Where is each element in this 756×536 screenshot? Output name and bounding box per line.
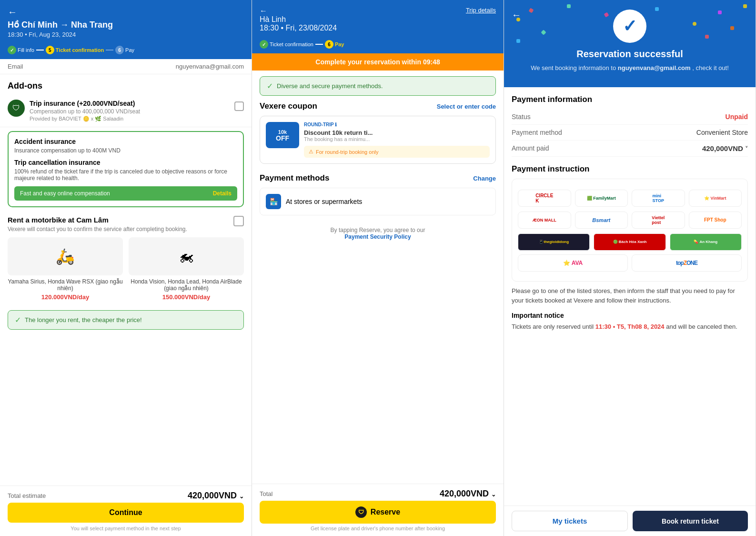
p1-route: Hồ Chí Minh → Nha Trang: [8, 20, 244, 30]
store-ankhanh: 💊 An Khang: [670, 233, 742, 251]
trip-details-link[interactable]: Trip details: [466, 7, 496, 14]
moto-item-1: 🛵 Yamaha Sirius, Honda Wave RSX (giao ng…: [8, 237, 123, 301]
step-done-icon: ✓: [8, 46, 16, 54]
p2-footer-note: Get license plate and driver's phone num…: [260, 526, 496, 531]
store-topzone: topZONE: [632, 254, 742, 272]
payment-method-value: Convenient Store: [696, 129, 748, 136]
coupon-off-label: OFF: [276, 135, 289, 142]
check-icon: ✓: [623, 16, 637, 36]
coupon-amount: 10k: [276, 129, 289, 135]
book-return-button[interactable]: Book return ticket: [633, 511, 748, 531]
panel-addons: ← Hồ Chí Minh → Nha Trang 18:30 • Fri, A…: [0, 0, 252, 536]
payment-option[interactable]: 🏪 At stores or supermarkets: [260, 188, 496, 215]
store-circle-k: CIRCLEK: [518, 190, 571, 207]
coupon-link[interactable]: Select or enter code: [437, 103, 496, 110]
store-ministop: miniSTOP: [632, 190, 685, 207]
payment-option-text: At stores or supermarkets: [286, 198, 362, 205]
accident-insurance-title: Accident insurance: [14, 138, 237, 145]
trip-cancel-title: Trip cancellation insurance: [14, 159, 237, 166]
total-amount: 420,000VND ⌄: [188, 491, 244, 501]
trip-insurance-checkbox[interactable]: [234, 101, 244, 111]
store-grid-container: CIRCLEK 🟩 FamilyMart miniSTOP ⭐ VinMart …: [512, 179, 748, 282]
total-label: Total estimate: [8, 492, 46, 499]
moto-name-2: Honda Vision, Honda Lead, Honda AirBlade…: [129, 278, 244, 292]
continue-button[interactable]: Continue: [8, 503, 244, 523]
p3-footer: My tickets Book return ticket: [504, 506, 756, 536]
motorbike-checkbox[interactable]: [233, 216, 244, 226]
store-bsmart: Bsmart: [575, 212, 628, 229]
amount-dropdown[interactable]: ˅: [745, 146, 748, 152]
insurance-box: Accident insurance Insurance compensatio…: [8, 131, 244, 207]
p1-body: Add-ons 🛡 Trip insurance (+20.000VND/sea…: [0, 74, 252, 536]
reserve-button[interactable]: 🛡 Reserve: [260, 501, 496, 524]
amount-row: Amount paid 420,000VND ˅: [512, 141, 748, 157]
panel-confirmation: ← ✓ Reservation successful We sent booki…: [504, 0, 756, 536]
footer-total-row: Total estimate 420,000VND ⌄: [8, 491, 244, 501]
my-tickets-button[interactable]: My tickets: [512, 511, 628, 531]
success-title: Reservation successful: [512, 49, 748, 60]
check-circle: ✓: [613, 10, 646, 43]
coupon-warning-text: For round-trip booking only: [316, 149, 378, 155]
promo-text: The longer you rent, the cheaper the pri…: [25, 316, 142, 324]
payment-method-row: Payment method Convenient Store: [512, 125, 748, 141]
shield-icon: 🛡: [355, 506, 367, 518]
amount-label: Amount paid: [512, 144, 549, 152]
amount-value: 420,000VND ˅: [702, 144, 748, 152]
motorbike-desc: Vexere will contact you to confirm the s…: [8, 226, 233, 233]
ins-details-link[interactable]: Details: [213, 190, 232, 197]
p2-total-chevron[interactable]: ⌄: [491, 491, 496, 498]
success-email: nguyenvana@gmail.com: [618, 64, 691, 71]
email-label: Email: [8, 63, 23, 70]
payment-methods-section: Payment methods Change 🏪 At stores or su…: [252, 169, 504, 220]
p2-header: ← Hà Linh 18:30 • Fri, 23/08/2024 Trip d…: [252, 0, 504, 37]
payment-methods-title: Payment methods: [260, 173, 329, 183]
p1-datetime: 18:30 • Fri, Aug 23, 2024: [8, 31, 244, 38]
p3-back-button[interactable]: ←: [512, 10, 521, 20]
notice-text1: Tickets are only reserved until: [512, 323, 594, 330]
coupon-img: 10k OFF: [266, 122, 299, 148]
trip-insurance-comp: Compensation up to 400,000,000 VND/seat: [30, 108, 230, 115]
coupon-section: Vexere coupon Select or enter code 10k O…: [252, 101, 504, 169]
moto-img-2: 🏍: [129, 237, 244, 275]
timer-bar: Complete your reservation within 09:48: [252, 53, 504, 71]
moto-price-2: 150.000VND/day: [129, 293, 244, 301]
instruction-title: Payment instruction: [512, 164, 748, 174]
change-button[interactable]: Change: [473, 175, 496, 182]
store-thegioididong: 📱thegioididong: [518, 233, 590, 251]
moto-name-1: Yamaha Sirius, Honda Wave RSX (giao ngẫu…: [8, 278, 123, 292]
p2-step-pay-label: Pay: [335, 41, 344, 47]
back-button[interactable]: ←: [8, 7, 244, 18]
payment-method-label: Payment method: [512, 129, 562, 136]
p1-header: ← Hồ Chí Minh → Nha Trang 18:30 • Fri, A…: [0, 0, 252, 43]
secure-text: Diverse and secure payment methods.: [277, 82, 383, 90]
total-chevron[interactable]: ⌄: [239, 493, 244, 500]
step-ticket-confirm: 5 Ticket confirmation: [46, 46, 104, 54]
store-grid-row1: CIRCLEK 🟩 FamilyMart miniSTOP ⭐ VinMart: [518, 190, 742, 207]
p2-total-label: Total: [260, 490, 272, 497]
insurance-icon: 🛡: [8, 100, 25, 117]
p2-datetime: 18:30 • Fri, 23/08/2024: [260, 24, 337, 32]
agree-prefix: By tapping Reserve, you agree to our: [331, 227, 425, 233]
addons-title: Add-ons: [0, 74, 252, 95]
motorbike-section: Rent a motorbike at Cam Lâm Vexere will …: [0, 211, 252, 305]
notice-text: Tickets are only reserved until 11:30 • …: [512, 322, 748, 332]
p1-footer: Total estimate 420,000VND ⌄ Continue You…: [0, 485, 252, 536]
p2-steps: ✓ Ticket confirmation 6 Pay: [252, 37, 504, 53]
step-line-2: [106, 50, 113, 51]
accident-insurance-desc: Insurance compensation up to 400M VND: [14, 147, 237, 154]
store-bachhoaxanh: 🟢 Bách Hóa Xanh: [594, 233, 665, 251]
step-ticket-label: Ticket confirmation: [56, 47, 104, 53]
moto-img-1: 🛵: [8, 237, 123, 275]
payment-security-link[interactable]: Payment Security Policy: [344, 233, 411, 240]
step-fill-info: ✓ Fill info: [8, 46, 34, 54]
store-ava: ⭐ AVA: [518, 254, 628, 272]
step-line-1: [36, 50, 44, 51]
trip-cancel-desc: 100% refund of the ticket fare if the tr…: [14, 168, 237, 182]
coupon-card[interactable]: 10k OFF ROUND-TRIP ℹ Discount 10k return…: [260, 116, 496, 164]
step-fill-info-label: Fill info: [18, 47, 34, 53]
p2-back-button[interactable]: ←: [260, 7, 337, 15]
secure-banner: ✓ Diverse and secure payment methods.: [260, 76, 496, 96]
p2-total-amount: 420,000VND ⌄: [440, 489, 496, 499]
store-grid-row4: ⭐ AVA topZONE: [518, 254, 742, 272]
ins-footer-text: Fast and easy online compensation: [20, 190, 110, 197]
